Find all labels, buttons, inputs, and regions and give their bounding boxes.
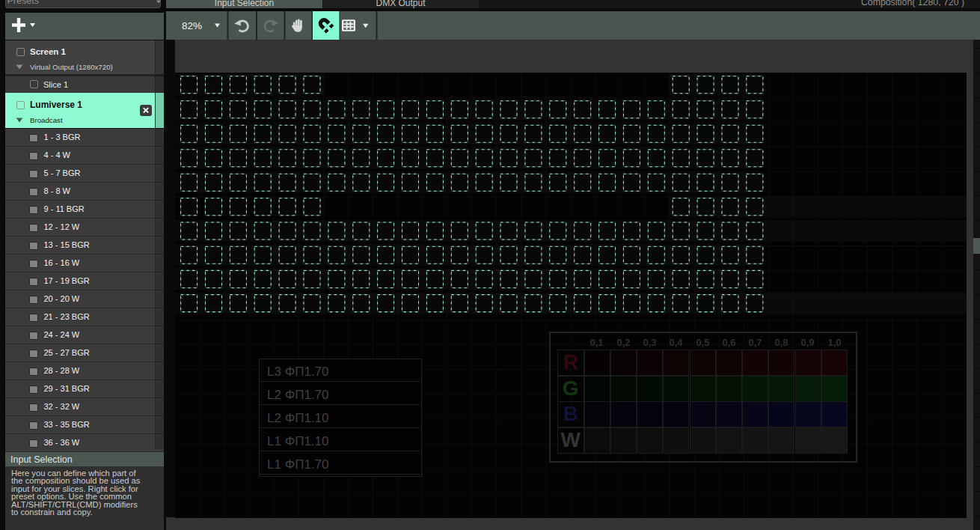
svg-text:82%: 82% bbox=[182, 20, 202, 31]
